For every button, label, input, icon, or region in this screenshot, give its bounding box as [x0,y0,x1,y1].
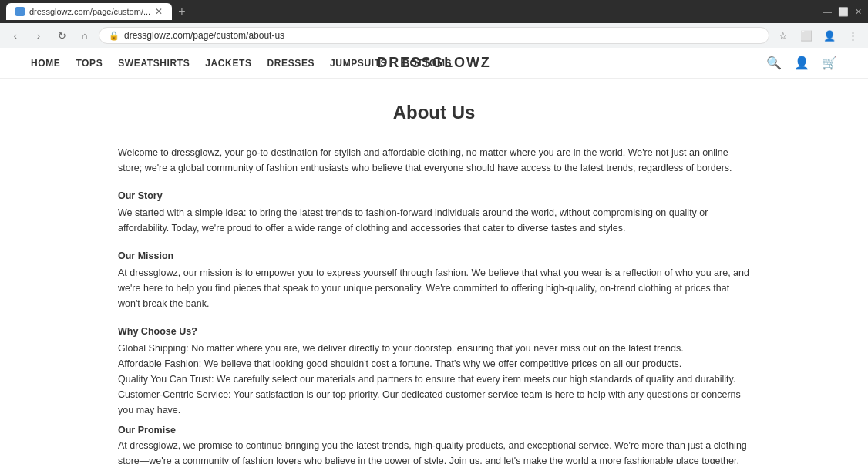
why-choose-section: Why Choose Us? Global Shipping: No matte… [118,324,750,464]
tab-favicon [15,7,25,16]
address-text: dressglowz.com/page/custom/about-us [124,30,284,41]
tab-close-button[interactable]: ✕ [155,6,163,17]
extensions-button[interactable]: ⬜ [797,26,816,45]
header-icons: 🔍 👤 🛒 [766,55,837,70]
forward-button[interactable]: › [29,26,48,45]
profile-button[interactable]: 👤 [820,26,839,45]
page-title: About Us [118,102,750,123]
reload-button[interactable]: ↻ [52,26,71,45]
site-logo: DRESSGLOWZ [378,55,491,71]
address-lock-icon: 🔒 [109,31,119,41]
more-button[interactable]: ⋮ [843,26,862,45]
browser-tabs-row: dressglowz.com/page/custom/... ✕ + [6,3,823,20]
why-choose-text: Global Shipping: No matter where you are… [118,341,750,464]
nav-jackets[interactable]: JACKETS [205,58,251,69]
our-story-text: We started with a simple idea: to bring … [118,205,750,236]
our-mission-text: At dressglowz, our mission is to empower… [118,265,750,311]
browser-toolbar: ‹ › ↻ ⌂ 🔒 dressglowz.com/page/custom/abo… [0,23,868,48]
back-button[interactable]: ‹ [6,26,25,45]
browser-tab[interactable]: dressglowz.com/page/custom/... ✕ [6,3,172,20]
main-content: About Us Welcome to dressglowz, your go-… [87,79,781,464]
account-icon[interactable]: 👤 [794,55,809,70]
nav-tops[interactable]: TOPS [76,58,103,69]
cart-icon[interactable]: 🛒 [822,55,837,70]
intro-section: Welcome to dressglowz, your go-to destin… [118,145,750,176]
address-bar[interactable]: 🔒 dressglowz.com/page/custom/about-us [99,27,769,44]
new-tab-button[interactable]: + [173,3,190,20]
tab-title: dressglowz.com/page/custom/... [29,7,150,16]
browser-chrome: dressglowz.com/page/custom/... ✕ + — ⬜ ✕ [0,0,868,23]
our-mission-heading: Our Mission [118,248,750,264]
search-icon[interactable]: 🔍 [766,55,782,70]
site-header: HOME TOPS SWEATSHIRTS JACKETS DRESSES JU… [0,48,868,79]
intro-text: Welcome to dressglowz, your go-to destin… [118,145,750,176]
minimize-button[interactable]: — [823,7,832,16]
our-mission-section: Our Mission At dressglowz, our mission i… [118,248,750,311]
window-controls: — ⬜ ✕ [823,7,862,17]
restore-button[interactable]: ⬜ [838,7,849,17]
nav-home[interactable]: HOME [31,58,60,69]
nav-sweatshirts[interactable]: SWEATSHIRTS [118,58,190,69]
our-story-section: Our Story We started with a simple idea:… [118,188,750,236]
bookmark-button[interactable]: ☆ [774,26,792,45]
why-choose-heading: Why Choose Us? [118,324,750,339]
close-button[interactable]: ✕ [855,7,862,17]
our-story-heading: Our Story [118,188,750,203]
nav-dresses[interactable]: DRESSES [267,58,315,69]
home-button[interactable]: ⌂ [76,26,94,45]
